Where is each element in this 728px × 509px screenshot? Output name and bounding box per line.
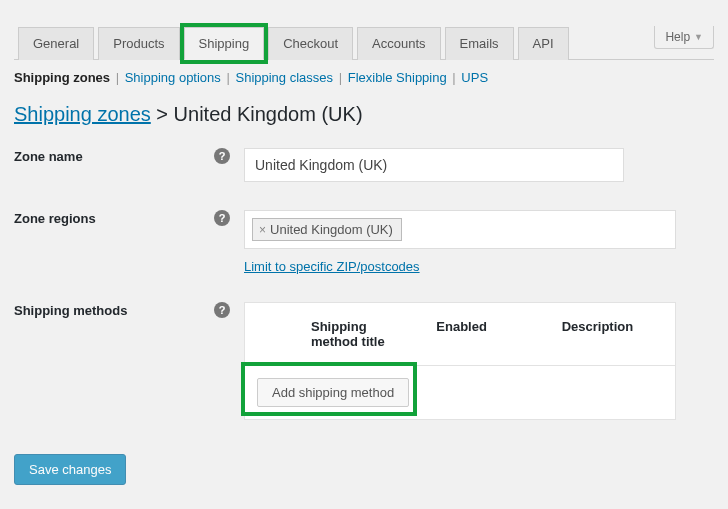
tab-shipping[interactable]: Shipping [184,27,265,60]
shipping-methods-label: Shipping methods [14,303,127,318]
col-description: Description [550,319,675,349]
tab-accounts[interactable]: Accounts [357,27,440,60]
separator-icon: | [339,70,342,85]
tab-products[interactable]: Products [98,27,179,60]
separator-icon: | [452,70,455,85]
help-tip-icon[interactable]: ? [214,210,230,226]
col-enabled: Enabled [424,319,549,349]
help-dropdown[interactable]: Help ▼ [654,26,714,49]
shipping-methods-table: Shipping method title Enabled Descriptio… [244,302,676,420]
zone-name-input[interactable] [244,148,624,182]
subnav-current: Shipping zones [14,70,110,85]
subnav-flexible-shipping[interactable]: Flexible Shipping [348,70,447,85]
col-method-title: Shipping method title [299,319,424,349]
help-tip-icon[interactable]: ? [214,302,230,318]
subnav-shipping-classes[interactable]: Shipping classes [235,70,333,85]
chevron-down-icon: ▼ [694,32,703,42]
breadcrumb: Shipping zones > United Kingdom (UK) [14,103,714,126]
breadcrumb-current: United Kingdom (UK) [174,103,363,125]
subnav-ups[interactable]: UPS [461,70,488,85]
breadcrumb-root[interactable]: Shipping zones [14,103,151,125]
tab-api[interactable]: API [518,27,569,60]
save-changes-button[interactable]: Save changes [14,454,126,485]
drag-column [245,319,299,349]
zone-regions-label: Zone regions [14,211,96,226]
add-shipping-method-button[interactable]: Add shipping method [257,378,409,407]
separator-icon: | [226,70,229,85]
help-tip-icon[interactable]: ? [214,148,230,164]
breadcrumb-sep: > [151,103,174,125]
zone-name-label: Zone name [14,149,83,164]
zone-regions-select[interactable]: × United Kingdom (UK) [244,210,676,249]
tab-checkout[interactable]: Checkout [268,27,353,60]
remove-tag-icon[interactable]: × [259,223,266,237]
subnav-shipping-options[interactable]: Shipping options [125,70,221,85]
separator-icon: | [116,70,119,85]
tab-general[interactable]: General [18,27,94,60]
tab-emails[interactable]: Emails [445,27,514,60]
help-label: Help [665,30,690,44]
settings-tabs: General Products Shipping Checkout Accou… [14,26,714,60]
region-tag[interactable]: × United Kingdom (UK) [252,218,402,241]
region-tag-label: United Kingdom (UK) [270,222,393,237]
limit-postcodes-link[interactable]: Limit to specific ZIP/postcodes [244,259,420,274]
shipping-subnav: Shipping zones | Shipping options | Ship… [14,70,714,85]
